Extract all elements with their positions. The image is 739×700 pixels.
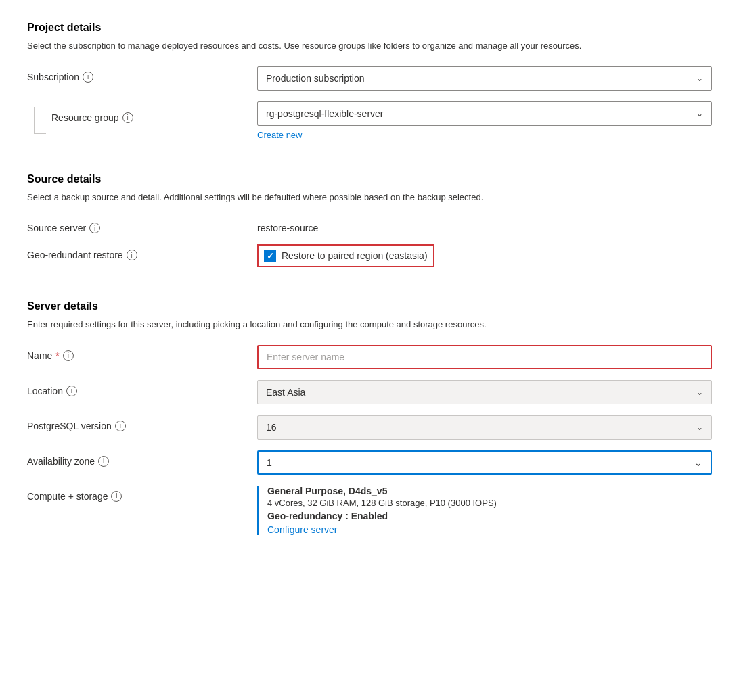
- divider-2: [27, 283, 712, 284]
- location-chevron-icon: ⌄: [696, 388, 703, 397]
- subscription-info-icon[interactable]: i: [83, 72, 93, 83]
- location-value: East Asia: [266, 387, 305, 398]
- server-details-title: Server details: [27, 300, 712, 312]
- source-details-desc: Select a backup source and detail. Addit…: [27, 191, 712, 204]
- compute-geo-redundancy: Geo-redundancy : Enabled: [267, 511, 712, 521]
- name-control: [257, 345, 712, 369]
- resource-group-value: rg-postgresql-flexible-server: [266, 108, 384, 119]
- configure-server-link[interactable]: Configure server: [267, 524, 338, 535]
- postgresql-version-info-icon[interactable]: i: [115, 421, 126, 431]
- divider-1: [27, 156, 712, 157]
- subscription-chevron-icon: ⌄: [696, 74, 703, 83]
- resource-group-info-icon[interactable]: i: [122, 112, 133, 123]
- server-name-input[interactable]: [257, 345, 712, 369]
- subscription-dropdown[interactable]: Production subscription ⌄: [257, 66, 712, 91]
- source-details-section: Source details Select a backup source an…: [27, 173, 712, 268]
- source-server-row: Source server i restore-source: [27, 217, 712, 233]
- resource-group-control: rg-postgresql-flexible-server ⌄ Create n…: [257, 101, 712, 140]
- checkbox-checkmark-icon: ✓: [267, 251, 274, 261]
- source-server-value: restore-source: [257, 217, 712, 233]
- source-server-label: Source server i: [27, 217, 257, 233]
- name-info-icon[interactable]: i: [63, 350, 74, 361]
- availability-zone-row: Availability zone i 1 ⌄: [27, 450, 712, 475]
- project-details-title: Project details: [27, 22, 712, 34]
- geo-redundant-checkbox[interactable]: ✓: [264, 250, 276, 262]
- location-control: East Asia ⌄: [257, 380, 712, 404]
- location-label: Location i: [27, 380, 257, 396]
- availability-zone-chevron-icon: ⌄: [694, 457, 702, 468]
- source-server-info-icon[interactable]: i: [89, 223, 100, 233]
- subscription-row: Subscription i Production subscription ⌄: [27, 66, 712, 91]
- compute-tier: General Purpose, D4ds_v5: [267, 486, 712, 496]
- project-details-section: Project details Select the subscription …: [27, 22, 712, 140]
- availability-zone-value: 1: [267, 457, 272, 468]
- location-dropdown: East Asia ⌄: [257, 380, 712, 404]
- location-info-icon[interactable]: i: [66, 386, 77, 396]
- postgresql-version-row: PostgreSQL version i 16 ⌄: [27, 415, 712, 440]
- geo-redundant-info-icon[interactable]: i: [127, 250, 137, 260]
- geo-redundant-checkbox-container: ✓ Restore to paired region (eastasia): [257, 244, 434, 267]
- resource-group-label: Resource group i: [51, 107, 133, 123]
- availability-zone-dropdown[interactable]: 1 ⌄: [257, 450, 712, 475]
- availability-zone-label: Availability zone i: [27, 450, 257, 467]
- create-new-link[interactable]: Create new: [257, 130, 302, 140]
- resource-group-chevron-icon: ⌄: [696, 109, 703, 118]
- postgresql-version-value: 16: [266, 422, 277, 433]
- compute-storage-value: General Purpose, D4ds_v5 4 vCores, 32 Gi…: [257, 486, 712, 535]
- geo-redundant-label: Geo-redundant restore i: [27, 244, 257, 260]
- rg-indent: Resource group i: [27, 101, 257, 134]
- postgresql-version-dropdown: 16 ⌄: [257, 415, 712, 440]
- geo-redundant-control: ✓ Restore to paired region (eastasia): [257, 244, 712, 267]
- server-details-section: Server details Enter required settings f…: [27, 300, 712, 535]
- name-label: Name * i: [27, 345, 257, 361]
- location-row: Location i East Asia ⌄: [27, 380, 712, 404]
- name-row: Name * i: [27, 345, 712, 369]
- resource-group-dropdown[interactable]: rg-postgresql-flexible-server ⌄: [257, 101, 712, 126]
- project-details-desc: Select the subscription to manage deploy…: [27, 39, 712, 53]
- rg-bracket: [34, 107, 46, 134]
- compute-storage-label: Compute + storage i: [27, 486, 257, 502]
- compute-specs: 4 vCores, 32 GiB RAM, 128 GiB storage, P…: [267, 498, 712, 508]
- postgresql-version-label: PostgreSQL version i: [27, 415, 257, 431]
- server-details-desc: Enter required settings for this server,…: [27, 318, 712, 331]
- source-details-title: Source details: [27, 173, 712, 185]
- postgresql-version-control: 16 ⌄: [257, 415, 712, 440]
- resource-group-row: Resource group i rg-postgresql-flexible-…: [27, 101, 712, 140]
- postgresql-version-chevron-icon: ⌄: [696, 423, 703, 432]
- name-required-indicator: *: [55, 350, 59, 361]
- availability-zone-control: 1 ⌄: [257, 450, 712, 475]
- availability-zone-info-icon[interactable]: i: [98, 456, 109, 467]
- geo-redundant-row: Geo-redundant restore i ✓ Restore to pai…: [27, 244, 712, 267]
- compute-storage-row: Compute + storage i General Purpose, D4d…: [27, 486, 712, 535]
- compute-storage-info-icon[interactable]: i: [111, 491, 122, 502]
- subscription-label: Subscription i: [27, 66, 257, 83]
- subscription-value: Production subscription: [266, 73, 365, 84]
- subscription-control: Production subscription ⌄: [257, 66, 712, 91]
- geo-redundant-checkbox-label: Restore to paired region (eastasia): [282, 250, 428, 261]
